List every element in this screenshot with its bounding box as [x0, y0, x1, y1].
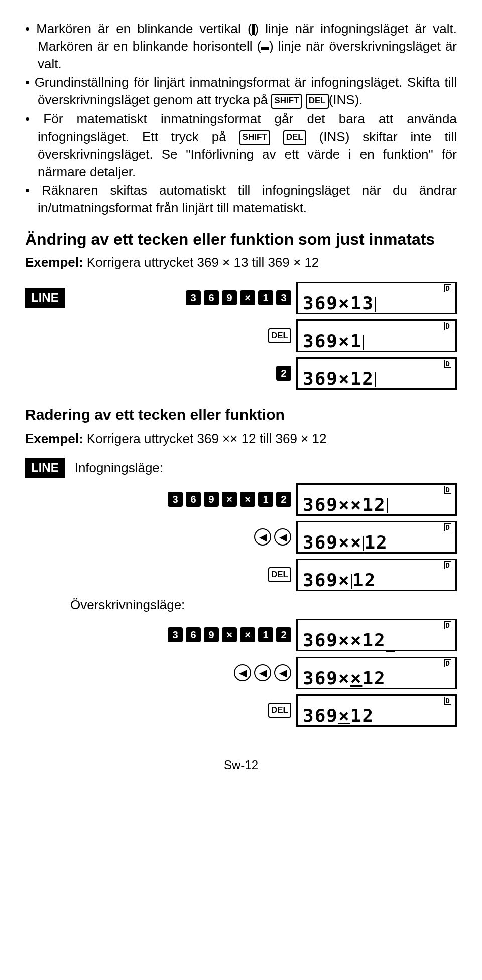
mode-label: Infogningsläge: — [75, 459, 163, 477]
key-2: 2 — [276, 366, 291, 381]
step-row: DEL D369×12 — [25, 559, 457, 591]
step-row: DEL D369×12 — [25, 694, 457, 727]
left-arrow-key: ◀ — [254, 664, 271, 681]
mode-label: Överskrivningsläge: — [70, 596, 457, 614]
calc-screen: D369××12 — [296, 657, 457, 689]
key-3: 3 — [276, 290, 291, 305]
step-row: 2 D369×12 — [25, 357, 457, 390]
bullet-item: Räknaren skiftas automatiskt till infogn… — [25, 182, 457, 217]
page-number: Sw-12 — [25, 757, 457, 773]
example-label: Exempel: Korrigera uttrycket 369 ×× 12 t… — [25, 430, 457, 448]
step-row: ◀ ◀ D369××12 — [25, 521, 457, 554]
calc-screen: D369××12 — [296, 483, 457, 516]
calc-screen: D369×12 — [296, 357, 457, 390]
key-multiply: × — [240, 290, 255, 305]
step-row: LINE 3 6 9 × 1 3 D369×13 — [25, 282, 457, 314]
key-sequence: 3 6 9 × 1 3 — [186, 290, 291, 305]
left-arrow-key: ◀ — [274, 664, 291, 681]
line-badge: LINE — [25, 288, 65, 308]
del-key-icon: DEL — [268, 567, 291, 582]
step-row: ◀ ◀ ◀ D369××12 — [25, 657, 457, 689]
bullet-item: För matematiskt inmatningsformat går det… — [25, 110, 457, 180]
section-heading: Ändring av ett tecken eller funktion som… — [25, 230, 457, 249]
calc-screen: D369×12 — [296, 559, 457, 591]
step-row: DEL D369×1 — [25, 319, 457, 352]
del-key-icon: DEL — [268, 328, 291, 343]
del-key-icon: DEL — [283, 130, 306, 145]
d-indicator: D — [444, 284, 451, 292]
bullet-item: Grundinställning för linjärt inmatningsf… — [25, 74, 457, 109]
calc-screen: D369××12 — [296, 521, 457, 554]
shift-key-icon: SHIFT — [239, 130, 270, 145]
example-label: Exempel: Korrigera uttrycket 369 × 13 ti… — [25, 254, 457, 271]
key-1: 1 — [258, 290, 273, 305]
del-key-icon: DEL — [268, 703, 291, 718]
step-row: 369 ×× 12 D369××12 — [25, 483, 457, 516]
line-badge: LINE — [25, 458, 65, 478]
section-heading: Radering av ett tecken eller funktion — [25, 405, 457, 425]
left-arrow-key: ◀ — [274, 528, 291, 546]
del-key-icon: DEL — [306, 94, 329, 109]
left-arrow-key: ◀ — [254, 528, 271, 546]
calc-screen: D369×12 — [296, 694, 457, 727]
calc-screen: D369××12 — [296, 619, 457, 651]
shift-key-icon: SHIFT — [271, 94, 302, 109]
step-row: 369 ×× 12 D369××12 — [25, 619, 457, 651]
bullet-list: Markören är en blinkande vertikal () lin… — [25, 20, 457, 217]
key-3: 3 — [186, 290, 201, 305]
bullet-item: Markören är en blinkande vertikal () lin… — [25, 20, 457, 73]
left-arrow-key: ◀ — [234, 664, 251, 681]
step-row: LINE Infogningsläge: — [25, 458, 457, 478]
key-9: 9 — [222, 290, 237, 305]
calc-screen: D369×1 — [296, 319, 457, 352]
key-6: 6 — [204, 290, 219, 305]
horizontal-cursor-icon — [261, 47, 269, 50]
calc-screen: D369×13 — [296, 282, 457, 314]
